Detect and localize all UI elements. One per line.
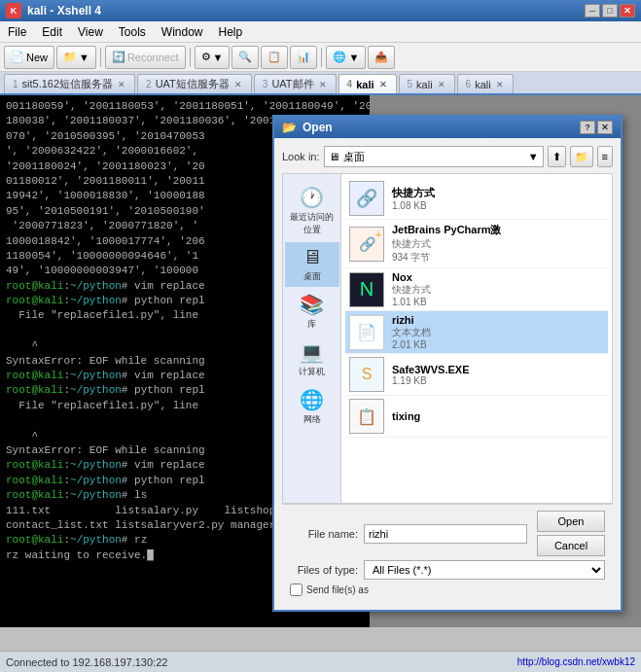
library-icon: 📚 <box>300 293 324 316</box>
send-files-checkbox[interactable] <box>290 584 303 596</box>
tab-close-6[interactable]: ✕ <box>495 79 505 90</box>
toolbar-btn-chart[interactable]: 📊 <box>290 46 317 69</box>
filetype-label: Files of type: <box>290 564 358 576</box>
tab-num-1: 1 <box>13 79 18 89</box>
file-item-shortcut1[interactable]: 🔗 快捷方式 1.08 KB <box>345 178 608 220</box>
new-folder-icon: 📁 <box>575 151 588 163</box>
file-name-6: tixing <box>392 410 604 422</box>
sidebar-computer[interactable]: 💻 计算机 <box>285 336 339 382</box>
file-item-nox[interactable]: N Nox 快捷方式1.01 KB <box>345 268 608 311</box>
tab-num-5: 5 <box>408 79 413 89</box>
maximize-button[interactable]: □ <box>602 4 618 18</box>
sidebar-recent[interactable]: 🕐 最近访问的位置 <box>285 182 339 240</box>
tab-close-5[interactable]: ✕ <box>437 79 446 90</box>
sidebar-desktop[interactable]: 🖥 桌面 <box>285 242 339 287</box>
search-icon: 🔍 <box>238 51 252 63</box>
file-item-jetbrains[interactable]: 🔗 + JetBrains PyCharm激 快捷方式934 字节 <box>345 220 608 268</box>
filename-row: File name: Open Cancel <box>290 511 605 556</box>
network-icon: 🌐 <box>300 388 324 411</box>
toolbar-btn-clipboard[interactable]: 📋 <box>261 46 288 69</box>
tab-uat-sms[interactable]: 2 UAT短信服务器 ✕ <box>137 74 252 93</box>
tab-sit5[interactable]: 1 sit5.162短信服务器 ✕ <box>4 74 135 93</box>
dropdown-arrow-3: ▼ <box>348 52 359 63</box>
tab-label-5: kali <box>416 79 433 90</box>
look-in-path[interactable]: 🖥 桌面 ▼ <box>324 146 544 167</box>
toolbar-btn-globe[interactable]: 🌐 ▼ <box>326 46 366 69</box>
close-button[interactable]: ✕ <box>620 4 635 18</box>
tab-close-4[interactable]: ✕ <box>378 79 388 90</box>
dialog-title-bar: 📂 Open ? ✕ <box>274 117 621 138</box>
dialog-icon: 📂 <box>282 121 297 134</box>
file-thumb-4: 📄 <box>349 315 384 350</box>
open-button[interactable]: Open <box>537 511 605 532</box>
globe-icon: 🌐 <box>333 51 346 63</box>
tab-kali-6[interactable]: 6 kali ✕ <box>457 74 514 93</box>
toolbar-btn-search[interactable]: 🔍 <box>231 46 259 69</box>
menu-help[interactable]: Help <box>211 23 251 41</box>
toolbar-btn-settings[interactable]: ⚙ ▼ <box>195 46 231 69</box>
tab-num-6: 6 <box>466 79 472 89</box>
new-button[interactable]: 📄 New <box>4 46 54 69</box>
folder-icon: 🖥 <box>329 151 339 162</box>
chart-icon: 📊 <box>297 51 310 63</box>
reconnect-button[interactable]: 🔄 Reconnect <box>105 46 186 69</box>
tab-close-2[interactable]: ✕ <box>233 79 243 90</box>
file-meta-4: 文本文档2.01 KB <box>392 326 604 350</box>
new-label: New <box>26 52 48 63</box>
tab-num-2: 2 <box>146 79 152 89</box>
dialog-title-text: Open <box>303 121 333 134</box>
filetype-select[interactable]: All Files (*.*) <box>364 560 605 580</box>
menu-view[interactable]: View <box>70 23 111 41</box>
clipboard-icon: 📋 <box>267 51 281 63</box>
sidebar-desktop-label: 桌面 <box>303 270 321 283</box>
tab-num-3: 3 <box>263 79 268 89</box>
view-toggle-button[interactable]: ≡ <box>597 146 613 167</box>
upload-icon: 📤 <box>374 51 388 63</box>
tab-kali-5[interactable]: 5 kali ✕ <box>399 74 455 93</box>
dialog-sidebar: 🕐 最近访问的位置 🖥 桌面 📚 库 💻 <box>283 174 341 503</box>
menu-window[interactable]: Window <box>154 23 211 41</box>
menu-tools[interactable]: Tools <box>111 23 154 41</box>
menu-edit[interactable]: Edit <box>34 23 70 41</box>
tab-close-1[interactable]: ✕ <box>117 79 126 90</box>
window-controls: ─ □ ✕ <box>585 4 635 18</box>
file-list: 🔗 快捷方式 1.08 KB 🔗 + <box>341 174 612 503</box>
new-folder-button[interactable]: 📁 <box>570 146 593 167</box>
title-bar: K kali - Xshell 4 ─ □ ✕ <box>0 0 641 21</box>
file-info-3: Nox 快捷方式1.01 KB <box>392 271 604 307</box>
tab-kali-4[interactable]: 4 kali ✕ <box>338 74 397 93</box>
file-item-rizhi[interactable]: 📄 rizhi 文本文档2.01 KB <box>345 311 608 354</box>
status-bar: Connected to 192.168.197.130:22 http://b… <box>0 651 641 672</box>
file-name-4: rizhi <box>392 314 604 326</box>
tab-bar: 1 sit5.162短信服务器 ✕ 2 UAT短信服务器 ✕ 3 UAT邮件 ✕… <box>0 72 641 95</box>
filename-input[interactable] <box>364 524 527 544</box>
up-folder-button[interactable]: ⬆ <box>548 146 566 167</box>
file-item-safe3wvs[interactable]: S Safe3WVS.EXE 1.19 KB <box>345 354 608 396</box>
minimize-button[interactable]: ─ <box>585 4 600 18</box>
sidebar-library[interactable]: 📚 库 <box>285 289 339 335</box>
reconnect-icon: 🔄 <box>112 51 125 63</box>
file-meta-3: 快捷方式1.01 KB <box>392 283 604 307</box>
file-meta-5: 1.19 KB <box>392 375 604 386</box>
file-item-tixing[interactable]: 📋 tixing <box>345 396 608 438</box>
list-icon: ≡ <box>602 151 608 162</box>
send-files-label: Send file(s) as <box>306 584 369 595</box>
recent-icon: 🕐 <box>300 186 324 209</box>
dialog-bottom: File name: Open Cancel Files of type: Al… <box>282 504 613 602</box>
toolbar-btn-upload[interactable]: 📤 <box>368 46 395 69</box>
tab-uat-mail[interactable]: 3 UAT邮件 ✕ <box>254 74 337 93</box>
tab-close-3[interactable]: ✕ <box>318 79 328 90</box>
sidebar-network[interactable]: 🌐 网络 <box>285 384 339 430</box>
tab-label-2: UAT短信服务器 <box>156 77 230 91</box>
desktop-icon: 🖥 <box>303 246 322 268</box>
settings-icon: ⚙ <box>201 51 211 63</box>
file-name-5: Safe3WVS.EXE <box>392 364 604 375</box>
file-info-1: 快捷方式 1.08 KB <box>392 186 604 211</box>
menu-file[interactable]: File <box>0 23 34 41</box>
open-folder-button[interactable]: 📁 ▼ <box>56 46 96 69</box>
dialog-help-button[interactable]: ? <box>580 121 595 134</box>
file-thumb-1: 🔗 <box>349 181 384 216</box>
dialog-close-button[interactable]: ✕ <box>597 121 613 134</box>
file-thumb-3: N <box>349 272 384 307</box>
cancel-button[interactable]: Cancel <box>537 535 605 556</box>
